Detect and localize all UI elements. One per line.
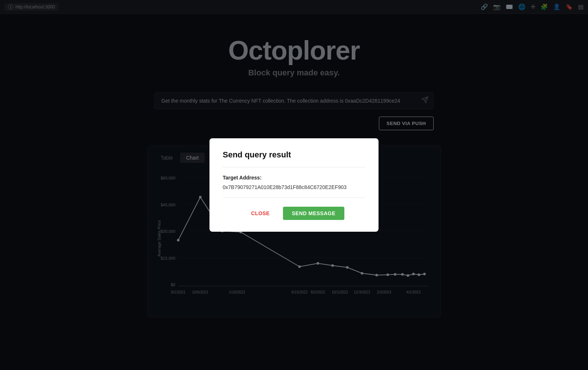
target-address-value: 0x7B79079271A010E28b73d1F88c84C6720E2EF9… xyxy=(223,184,365,190)
modal-divider-bottom xyxy=(223,198,365,198)
modal-overlay: Send query result Target Address: 0x7B79… xyxy=(0,0,588,370)
target-address-label: Target Address: xyxy=(223,175,365,181)
modal-divider-top xyxy=(223,167,365,167)
modal-actions: CLOSE SEND MESSAGE xyxy=(223,207,365,220)
send-message-button[interactable]: SEND MESSAGE xyxy=(283,207,344,220)
modal-title: Send query result xyxy=(223,150,365,160)
close-button[interactable]: CLOSE xyxy=(244,207,277,220)
send-query-modal: Send query result Target Address: 0x7B79… xyxy=(209,138,379,232)
